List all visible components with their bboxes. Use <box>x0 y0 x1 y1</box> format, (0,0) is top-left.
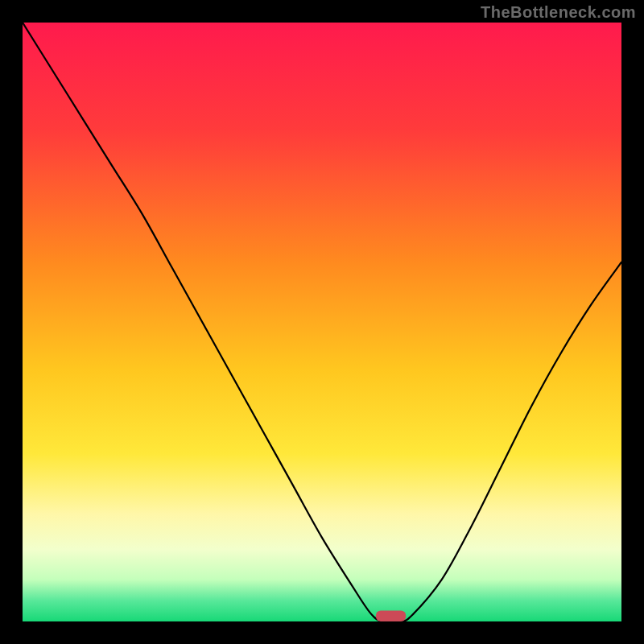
chart-frame: TheBottleneck.com <box>0 0 644 644</box>
watermark-text: TheBottleneck.com <box>481 3 636 22</box>
bottleneck-curve <box>23 23 621 621</box>
curve-layer <box>23 23 621 621</box>
optimum-marker <box>376 611 406 621</box>
plot-area <box>23 23 621 621</box>
